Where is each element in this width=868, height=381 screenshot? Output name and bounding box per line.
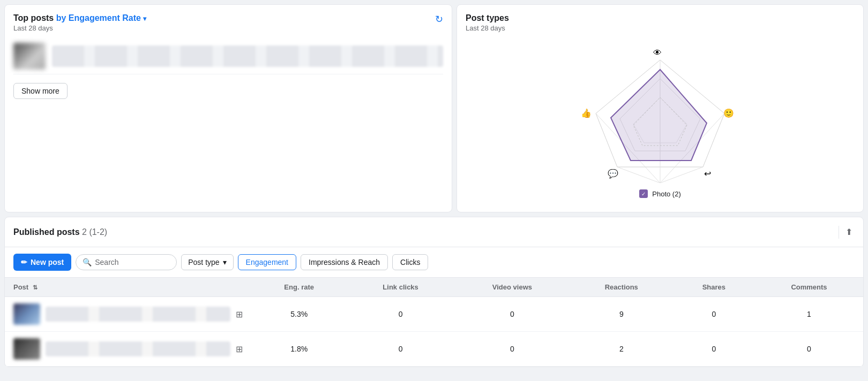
col-post: Post ⇅ bbox=[5, 278, 251, 297]
sort-icon[interactable]: ⇅ bbox=[33, 284, 38, 291]
col-comments: Comments bbox=[755, 278, 863, 297]
published-posts-section: Published posts 2 (1-2) ⬆ ✏ New post 🔍 P… bbox=[4, 217, 864, 367]
chart-legend: ✓ Photo (2) bbox=[639, 189, 680, 198]
impressions-filter-button[interactable]: Impressions & Reach bbox=[301, 254, 388, 270]
posts-table: Post ⇅ Eng. rate Link clicks Video views… bbox=[5, 278, 863, 367]
likes-icon: 👍 bbox=[581, 108, 592, 118]
eng-rate-2: 1.8% bbox=[251, 332, 347, 367]
shares-1: 0 bbox=[673, 297, 755, 332]
search-icon: 🔍 bbox=[83, 258, 92, 266]
show-more-button[interactable]: Show more bbox=[13, 83, 68, 99]
table-header-row: Post ⇅ Eng. rate Link clicks Video views… bbox=[5, 278, 863, 297]
new-post-label: New post bbox=[31, 258, 64, 266]
edit-icon: ✏ bbox=[21, 258, 27, 266]
col-video-views: Video views bbox=[454, 278, 570, 297]
eng-rate-1: 5.3% bbox=[251, 297, 347, 332]
link-clicks-1: 0 bbox=[347, 297, 454, 332]
search-input[interactable] bbox=[95, 258, 170, 266]
top-posts-title: Top posts by Engagement Rate ▾ bbox=[13, 13, 443, 23]
post-types-title: Post types bbox=[466, 13, 855, 23]
radar-chart: 👁 🙂 ↩ 💬 👍 bbox=[574, 44, 746, 183]
radar-container: 👁 🙂 ↩ 💬 👍 ✓ Photo (2) bbox=[466, 39, 855, 203]
table-header: Post ⇅ Eng. rate Link clicks Video views… bbox=[5, 278, 863, 297]
post-cell-1: ⊞ bbox=[5, 297, 251, 332]
table-body: ⊞ 5.3% 0 0 9 0 1 ⊞ bbox=[5, 297, 863, 367]
row-text-blur-1 bbox=[46, 307, 230, 322]
post-type-icon-1: ⊞ bbox=[236, 309, 243, 319]
header-actions: ⬆ bbox=[839, 225, 855, 239]
post-thumbnail bbox=[13, 43, 46, 70]
top-panels-row: Top posts by Engagement Rate ▾ Last 28 d… bbox=[0, 0, 868, 217]
reactions-2: 2 bbox=[570, 332, 673, 367]
reactions-icon: 🙂 bbox=[723, 108, 734, 118]
vertical-divider bbox=[839, 226, 839, 239]
search-box[interactable]: 🔍 bbox=[76, 254, 177, 270]
svg-marker-8 bbox=[611, 70, 707, 161]
published-count: 2 (1-2) bbox=[82, 227, 107, 237]
dropdown-arrow-icon[interactable]: ▾ bbox=[143, 15, 146, 22]
reactions-1: 9 bbox=[570, 297, 673, 332]
post-types-subtitle: Last 28 days bbox=[466, 24, 855, 32]
table-row: ⊞ 5.3% 0 0 9 0 1 bbox=[5, 297, 863, 332]
post-cell-inner-1: ⊞ bbox=[13, 303, 243, 325]
post-type-icon-2: ⊞ bbox=[236, 344, 243, 354]
top-posts-panel: Top posts by Engagement Rate ▾ Last 28 d… bbox=[4, 4, 452, 212]
col-link-clicks: Link clicks bbox=[347, 278, 454, 297]
video-views-1: 0 bbox=[454, 297, 570, 332]
col-shares: Shares bbox=[673, 278, 755, 297]
engagement-rate-link[interactable]: by Engagement Rate bbox=[56, 13, 141, 22]
legend-checkbox[interactable]: ✓ bbox=[639, 189, 648, 198]
comments-2: 0 bbox=[755, 332, 863, 367]
col-reactions: Reactions bbox=[570, 278, 673, 297]
link-clicks-2: 0 bbox=[347, 332, 454, 367]
post-card bbox=[13, 39, 443, 74]
video-views-2: 0 bbox=[454, 332, 570, 367]
impressions-icon: 👁 bbox=[653, 48, 662, 57]
post-type-dropdown[interactable]: Post type ▾ bbox=[181, 254, 233, 270]
shares-2: 0 bbox=[673, 332, 755, 367]
main-container: Top posts by Engagement Rate ▾ Last 28 d… bbox=[0, 0, 868, 381]
refresh-icon[interactable]: ↻ bbox=[435, 13, 443, 25]
svg-line-6 bbox=[660, 167, 703, 183]
top-posts-subtitle: Last 28 days bbox=[13, 24, 443, 32]
post-content-blur bbox=[52, 45, 443, 67]
shares-icon: ↩ bbox=[704, 169, 711, 178]
legend-label: Photo (2) bbox=[652, 190, 680, 198]
upload-icon[interactable]: ⬆ bbox=[843, 225, 855, 239]
table-row: ⊞ 1.8% 0 0 2 0 0 bbox=[5, 332, 863, 367]
published-title: Published posts 2 (1-2) bbox=[13, 227, 107, 237]
comments-1: 1 bbox=[755, 297, 863, 332]
clicks-filter-button[interactable]: Clicks bbox=[392, 254, 428, 270]
comments-icon: 💬 bbox=[608, 169, 618, 179]
row-text-blur-2 bbox=[46, 341, 230, 356]
new-post-button[interactable]: ✏ New post bbox=[13, 254, 71, 271]
post-type-arrow-icon: ▾ bbox=[223, 258, 227, 266]
row-thumbnail-2 bbox=[13, 338, 40, 360]
row-thumbnail-1 bbox=[13, 303, 40, 325]
engagement-filter-button[interactable]: Engagement bbox=[238, 254, 296, 270]
post-cell-inner-2: ⊞ bbox=[13, 338, 243, 360]
published-header: Published posts 2 (1-2) ⬆ bbox=[5, 217, 863, 247]
col-eng-rate: Eng. rate bbox=[251, 278, 347, 297]
toolbar: ✏ New post 🔍 Post type ▾ Engagement Impr… bbox=[5, 247, 863, 278]
post-types-panel: Post types Last 28 days bbox=[457, 4, 864, 212]
svg-line-7 bbox=[617, 167, 660, 183]
post-cell-2: ⊞ bbox=[5, 332, 251, 367]
post-type-label: Post type bbox=[188, 258, 219, 266]
